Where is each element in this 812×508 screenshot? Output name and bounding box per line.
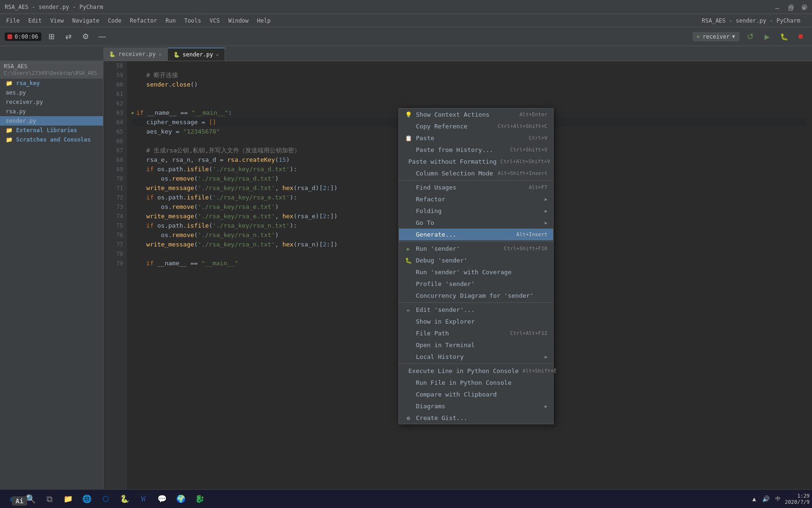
ctx-create-gist[interactable]: ⚙ Create Gist...	[399, 412, 553, 424]
ctx-profile-sender[interactable]: Profile 'sender'	[399, 278, 553, 290]
sidebar-item-ext-libs[interactable]: 📁 External Libraries	[0, 126, 103, 135]
menu-edit[interactable]: Edit	[24, 16, 46, 25]
sidebar-item-scratches[interactable]: 📁 Scratches and Consoles	[0, 135, 103, 144]
toolbar-minus-btn[interactable]: —	[96, 30, 109, 43]
window-controls[interactable]: — □ ✕	[775, 4, 807, 10]
taskbar-chrome[interactable]: 🌐	[78, 491, 95, 508]
tab-receiver[interactable]: 🐍 receiver.py ✕	[103, 48, 168, 61]
tab-sender-icon: 🐍	[173, 52, 180, 58]
project-path: C:\Users\27349\Desktop\RSA_AES	[4, 70, 97, 76]
taskbar-right: ▲ 🔊 中 1:29 2020/7/9	[750, 493, 810, 505]
restore-btn[interactable]: □	[789, 4, 794, 10]
clock-time: 1:29	[785, 493, 810, 499]
toolbar-run-btn[interactable]: ▶	[760, 30, 773, 43]
taskbar-pycharm[interactable]: 🐍	[116, 491, 133, 508]
diagrams-arrow: ▶	[545, 404, 547, 409]
menu-vcs[interactable]: VCS	[206, 16, 224, 25]
tab-sender[interactable]: 🐍 sender.py ✕	[168, 48, 225, 61]
sidebar-item-aes[interactable]: aes.py	[0, 88, 103, 97]
folding-arrow: ▶	[545, 208, 547, 214]
toolbar-compare-btn[interactable]: ⇄	[62, 30, 75, 43]
ctx-column-selection-mode[interactable]: Column Selection Mode Alt+Shift+Insert	[399, 167, 553, 179]
ctx-open-in-terminal[interactable]: Open in Terminal	[399, 339, 553, 351]
ctx-find-usages[interactable]: Find Usages Alt+F7	[399, 182, 553, 193]
code-line-58	[132, 61, 807, 71]
toolbar-layout-btn[interactable]: ⊞	[45, 30, 58, 43]
taskbar-wechat[interactable]: 💬	[154, 491, 171, 508]
menu-view[interactable]: View	[47, 16, 68, 25]
run-config-chevron: ▼	[732, 34, 735, 39]
ctx-execute-line-python[interactable]: Execute Line in Python Console Alt+Shift…	[399, 365, 553, 377]
ctx-debug-sender[interactable]: 🐛 Debug 'sender'	[399, 254, 553, 266]
close-btn[interactable]: ✕	[802, 4, 807, 10]
menu-navigate[interactable]: Navigate	[69, 16, 103, 25]
clock[interactable]: 1:29 2020/7/9	[785, 493, 810, 505]
run-config-icon: ▶	[697, 33, 701, 40]
ctx-local-history[interactable]: Local History ▶	[399, 351, 553, 363]
ctx-run-sender[interactable]: ▶ Run 'sender' Ctrl+Shift+F10	[399, 243, 553, 254]
title-bar: RSA_AES - sender.py - PyCharm — □ ✕	[0, 0, 812, 14]
taskbar-taskview[interactable]: ⧉	[41, 491, 58, 508]
ctx-generate[interactable]: Generate... Alt+Insert	[399, 229, 553, 240]
menu-run[interactable]: Run	[162, 16, 180, 25]
ctx-paste-from-history[interactable]: Paste from History... Ctrl+Shift+V	[399, 144, 553, 156]
ctx-paste[interactable]: 📋 Paste Ctrl+V	[399, 132, 553, 144]
run-indicator-63: ▶	[132, 108, 134, 118]
context-menu: 💡 Show Context Actions Alt+Enter Copy Re…	[398, 108, 554, 424]
menu-code[interactable]: Code	[104, 16, 125, 25]
recording-badge: 0:00:06	[5, 32, 41, 41]
run-config-label: receiver	[703, 33, 730, 40]
debug-sender-icon: 🐛	[405, 257, 412, 264]
minimize-btn[interactable]: —	[775, 4, 781, 10]
toolbar-reload-btn[interactable]: ↺	[743, 30, 757, 43]
run-sender-icon: ▶	[405, 246, 412, 252]
tab-receiver-close[interactable]: ✕	[158, 52, 161, 57]
taskbar-explorer[interactable]: 📁	[60, 491, 77, 508]
sidebar-item-rsa-key[interactable]: 📁 rsa_key	[0, 79, 103, 88]
create-gist-icon: ⚙	[405, 415, 412, 421]
tray-sound[interactable]: 🔊	[761, 494, 771, 504]
tab-sender-close[interactable]: ✕	[216, 52, 219, 57]
ctx-compare-clipboard[interactable]: Compare with Clipboard	[399, 389, 553, 400]
run-config[interactable]: ▶ receiver ▼	[693, 32, 740, 41]
ctx-copy-reference[interactable]: Copy Reference Ctrl+Alt+Shift+C	[399, 120, 553, 132]
toolbar-stop-btn[interactable]: ■	[794, 30, 807, 43]
ctx-run-file-python[interactable]: Run File in Python Console	[399, 377, 553, 389]
ctx-show-context-actions[interactable]: 💡 Show Context Actions Alt+Enter	[399, 109, 553, 120]
sidebar-item-receiver[interactable]: receiver.py	[0, 97, 103, 107]
taskbar-word[interactable]: W	[135, 491, 152, 508]
toolbar-debug-btn[interactable]: 🐛	[777, 30, 790, 43]
sidebar: RSA_AES C:\Users\27349\Desktop\RSA_AES 📁…	[0, 61, 103, 492]
ctx-file-path[interactable]: File Path Ctrl+Alt+F12	[399, 327, 553, 339]
taskbar-app1[interactable]: 🐉	[191, 491, 208, 508]
tab-receiver-icon: 🐍	[109, 51, 116, 57]
ctx-go-to[interactable]: Go To ▶	[399, 217, 553, 229]
ctx-edit-sender[interactable]: ✏️ Edit 'sender'...	[399, 304, 553, 316]
ctx-paste-without-formatting[interactable]: Paste without Formatting Ctrl+Alt+Shift+…	[399, 156, 553, 167]
tray-network[interactable]: ▲	[750, 494, 759, 504]
ctx-sep-4	[399, 364, 553, 364]
edit-sender-icon: ✏️	[405, 307, 412, 313]
ctx-diagrams[interactable]: Diagrams ▶	[399, 400, 553, 412]
tray-ime[interactable]: 中	[773, 494, 782, 504]
menu-window[interactable]: Window	[225, 16, 252, 25]
ctx-run-with-coverage[interactable]: Run 'sender' with Coverage	[399, 266, 553, 278]
menu-tools[interactable]: Tools	[180, 16, 205, 25]
ctx-show-in-explorer[interactable]: Show in Explorer	[399, 316, 553, 327]
ctx-concurrency-diagram[interactable]: Concurrency Diagram for 'sender'	[399, 290, 553, 302]
ai-label: Ai	[16, 497, 23, 505]
ctx-refactor[interactable]: Refactor ▶	[399, 193, 553, 205]
taskbar-browser2[interactable]: 🌍	[172, 491, 189, 508]
menu-help[interactable]: Help	[253, 16, 274, 25]
menu-file[interactable]: File	[2, 16, 23, 25]
taskbar-edge[interactable]: ⬡	[97, 491, 114, 508]
sidebar-item-sender[interactable]: sender.py	[0, 116, 103, 126]
paste-icon: 📋	[405, 135, 412, 142]
sidebar-item-rsa[interactable]: rsa.py	[0, 107, 103, 116]
menu-refactor[interactable]: Refactor	[126, 16, 161, 25]
toolbar-settings-btn[interactable]: ⚙	[79, 30, 92, 43]
project-name: RSA_AES	[4, 63, 28, 70]
code-line-60: sender.close()	[132, 80, 807, 89]
ctx-folding[interactable]: Folding ▶	[399, 205, 553, 217]
goto-arrow: ▶	[545, 220, 547, 225]
